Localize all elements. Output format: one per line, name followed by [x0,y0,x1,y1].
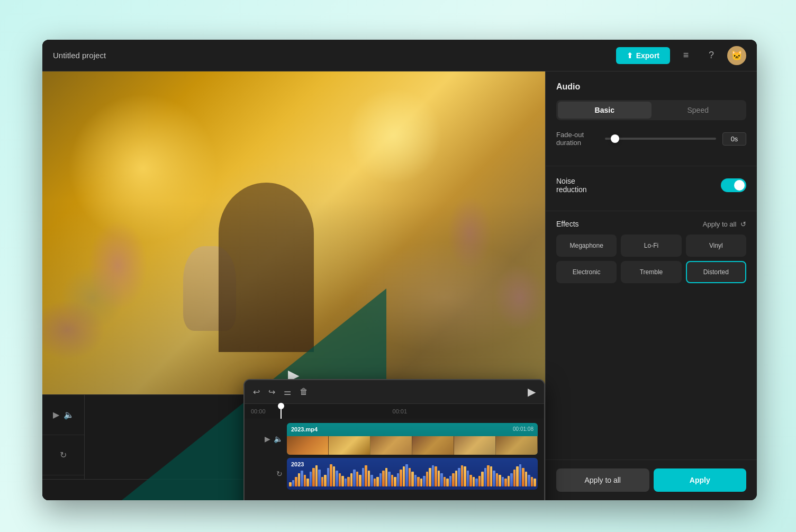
video-track-duration: 00:01:08 [513,426,533,432]
waveform [287,468,538,486]
time-end: 00:01 [393,408,408,414]
audio-track-label: 2023 [291,461,304,467]
user-avatar[interactable]: 🐱 [727,46,746,65]
noise-reduction-row: Noisereduction [556,177,746,194]
reset-icon: ↺ [740,220,746,228]
tab-speed[interactable]: Speed [652,102,745,119]
audio-loop-ctrl[interactable]: ↻ [276,470,283,478]
video-track-icon[interactable]: ▶ [53,410,59,420]
figure-woman [219,183,314,352]
redo-button[interactable]: ↪ [268,387,275,397]
video-play-ctrl[interactable]: ▶ [265,435,270,443]
fade-out-label: Fade-outduration [556,131,599,147]
fade-out-slider[interactable] [605,138,716,140]
right-panel: Audio Basic Speed Fade-outduration [545,71,757,500]
apply-to-all-button[interactable]: Apply to all [556,468,649,492]
help-button[interactable]: ? [702,46,721,65]
audio-track-ctrl: ↻ [251,470,283,478]
timeline-popup: ↩ ↪ ⚌ 🗑 ▶ 00:00 00:01 [243,379,545,500]
video-track-controls: ▶ 🔈 [42,395,84,435]
undo-button[interactable]: ↩ [253,387,260,397]
tab-bar: Basic Speed [556,100,746,120]
thumb-2 [329,436,370,455]
export-button[interactable]: ⬆ Export [616,47,670,64]
export-label: Export [636,51,659,60]
video-track-label: 2023.mp4 [291,426,318,432]
timeline-playhead [281,404,282,419]
effect-electronic[interactable]: Electronic [556,261,617,283]
menu-button[interactable]: ≡ [676,46,695,65]
audio-track-controls: ↻ [42,435,84,475]
timeline-toolbar: ↩ ↪ ⚌ 🗑 ▶ [245,380,544,404]
audio-track-row: ↻ 2023 [251,458,538,490]
thumb-4 [412,436,454,455]
preview-area: ▶ ▶ 🔈 ↻ ↩ [42,71,545,500]
audio-section: Audio Basic Speed Fade-outduration [546,71,757,166]
apply-to-all-top-btn[interactable]: Apply to all ↺ [703,220,746,228]
thumb-3 [370,436,412,455]
apply-button[interactable]: Apply [654,468,747,492]
panel-title: Audio [556,82,746,92]
timeline-bar: ▶ 🔈 ↻ ↩ ↪ ⚌ 🗑 ▶ [42,394,545,500]
audio-track[interactable]: 2023 [287,458,538,490]
action-buttons: Apply to all Apply [546,459,757,500]
effects-title: Effects [556,220,579,228]
video-preview: ▶ [42,71,545,394]
thumb-6 [496,436,538,455]
effects-grid: Megaphone Lo-Fi Vinyl Electronic Tremble [556,235,746,283]
effect-distorted[interactable]: Distorted [686,261,746,283]
effect-lofi[interactable]: Lo-Fi [621,235,681,257]
noise-section: Noisereduction [546,166,757,211]
video-track-ctrl: ▶ 🔈 [251,435,283,443]
video-thumbnails [287,436,538,455]
project-title: Untitled project [53,51,106,60]
video-volume-ctrl[interactable]: 🔈 [274,435,283,443]
effect-megaphone[interactable]: Megaphone [556,235,617,257]
avatar-emoji: 🐱 [731,50,743,61]
effect-tremble[interactable]: Tremble [621,261,681,283]
effect-vinyl[interactable]: Vinyl [686,235,746,257]
header-actions: ⬆ Export ≡ ? 🐱 [616,46,746,65]
help-icon: ? [709,50,714,61]
menu-icon: ≡ [683,50,689,61]
thumb-5 [454,436,496,455]
tab-basic[interactable]: Basic [558,102,652,119]
noise-reduction-toggle[interactable] [721,178,746,192]
main-content: ▶ ▶ 🔈 ↻ ↩ [42,71,757,500]
app-window: Untitled project ⬆ Export ≡ ? 🐱 [42,40,757,500]
upload-icon: ⬆ [627,51,633,60]
timeline-ruler: 00:00 00:01 [245,404,544,419]
noise-reduction-label: Noisereduction [556,177,587,194]
video-track[interactable]: 2023.mp4 00:01:08 [287,423,538,455]
effects-header: Effects Apply to all ↺ [556,220,746,228]
time-start: 00:00 [251,408,266,414]
app-header: Untitled project ⬆ Export ≡ ? 🐱 [42,40,757,71]
fade-out-thumb[interactable] [611,134,619,143]
thumb-1 [287,436,329,455]
volume-icon[interactable]: 🔈 [64,410,74,420]
loop-icon[interactable]: ↻ [60,450,67,460]
timeline-play-button[interactable]: ▶ [528,385,536,398]
delete-button[interactable]: 🗑 [300,387,308,396]
fade-out-value: 0s [722,132,746,146]
effects-section: Effects Apply to all ↺ Megaphone Lo-Fi V… [546,211,757,459]
video-track-row: ▶ 🔈 2023.mp4 00:01:08 [251,423,538,455]
split-button[interactable]: ⚌ [284,387,291,397]
fade-out-row: Fade-outduration 0s [556,131,746,147]
video-background [42,71,545,394]
timeline-tracks: ▶ 🔈 2023.mp4 00:01:08 [245,419,544,494]
